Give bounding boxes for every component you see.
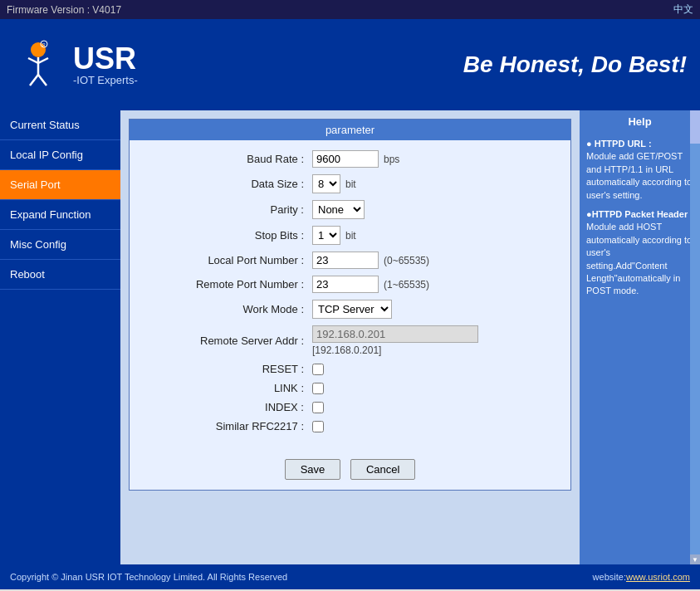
sidebar-item-current-status[interactable]: Current Status: [0, 110, 120, 140]
remote-addr-label: Remote Server Addr :: [146, 335, 312, 347]
data-size-control: 8765 bit: [312, 174, 356, 193]
help-entry-1: ●HTTPD Packet Header : Module add HOST a…: [586, 208, 693, 298]
website-link[interactable]: www.usriot.com: [626, 572, 690, 582]
link-label: LINK :: [146, 382, 312, 394]
help-body-1: Module add HOST automatically according …: [586, 221, 693, 297]
work-mode-row: Work Mode : TCP ServerTCP ClientUDP Serv…: [146, 300, 554, 319]
param-panel: parameter Baud Rate : bps Data Size : 87…: [129, 119, 571, 491]
help-content: ● HTTPD URL : Module add GET/POST and HT…: [580, 133, 700, 310]
baud-rate-input[interactable]: [312, 150, 379, 168]
index-row: INDEX :: [146, 401, 554, 413]
help-header: Help: [580, 110, 700, 133]
reset-checkbox[interactable]: [312, 364, 324, 375]
rfc2217-checkbox[interactable]: [312, 421, 324, 432]
svg-line-4: [28, 58, 38, 63]
help-entry-0: ● HTTPD URL : Module add GET/POST and HT…: [586, 138, 693, 202]
copyright-text: Copyright © Jinan USR IOT Technology Lim…: [10, 572, 287, 582]
baud-rate-unit: bps: [384, 154, 399, 165]
stop-bits-unit: bit: [345, 230, 356, 242]
footer: Copyright © Jinan USR IOT Technology Lim…: [0, 564, 700, 589]
svg-line-6: [30, 75, 38, 85]
brand-tagline: -IOT Experts-: [73, 74, 138, 86]
local-port-input[interactable]: [312, 252, 379, 269]
link-control: [312, 383, 324, 394]
sidebar-item-reboot[interactable]: Reboot: [0, 260, 120, 290]
work-mode-control: TCP ServerTCP ClientUDP ServerUDP Client: [312, 300, 392, 319]
rfc2217-row: Similar RFC2217 :: [146, 420, 554, 432]
top-bar: Firmware Version : V4017 中文: [0, 0, 700, 19]
parity-control: NoneOddEvenMarkSpace: [312, 200, 365, 219]
website-text: website:www.usriot.com: [593, 572, 690, 582]
logo-icon: R: [13, 40, 63, 90]
sidebar-item-local-ip-config[interactable]: Local IP Config: [0, 140, 120, 170]
remote-port-label: Remote Port Number :: [146, 278, 312, 291]
sidebar-item-expand-function[interactable]: Expand Function: [0, 200, 120, 230]
sidebar: Current Status Local IP Config Serial Po…: [0, 110, 120, 564]
content-area: parameter Baud Rate : bps Data Size : 87…: [120, 110, 580, 564]
parity-select[interactable]: NoneOddEvenMarkSpace: [312, 200, 365, 219]
data-size-select[interactable]: 8765: [312, 174, 340, 193]
stop-bits-label: Stop Bits :: [146, 229, 312, 242]
data-size-label: Data Size :: [146, 178, 312, 190]
slogan: Be Honest, Do Best!: [138, 51, 687, 78]
stop-bits-row: Stop Bits : 12 bit: [146, 226, 554, 245]
remote-addr-row: Remote Server Addr : [192.168.0.201]: [146, 325, 554, 356]
help-title-0: ● HTTPD URL :: [586, 139, 652, 149]
local-port-label: Local Port Number :: [146, 254, 312, 266]
data-size-unit: bit: [345, 178, 356, 190]
link-checkbox[interactable]: [312, 383, 324, 394]
stop-bits-control: 12 bit: [312, 226, 356, 245]
data-size-row: Data Size : 8765 bit: [146, 174, 554, 193]
sidebar-item-misc-config[interactable]: Misc Config: [0, 230, 120, 260]
param-body: Baud Rate : bps Data Size : 8765 bit: [130, 140, 570, 449]
remote-port-control: (1~65535): [312, 276, 429, 293]
reset-label: RESET :: [146, 363, 312, 375]
save-button[interactable]: Save: [285, 459, 341, 480]
remote-port-input[interactable]: [312, 276, 379, 293]
remote-port-hint: (1~65535): [384, 279, 429, 291]
svg-line-7: [38, 75, 47, 85]
svg-line-5: [38, 58, 48, 63]
help-title-1: ●HTTPD Packet Header :: [586, 209, 693, 219]
help-body-0: Module add GET/POST and HTTP/1.1 in URL …: [586, 150, 693, 202]
language-switch[interactable]: 中文: [673, 2, 693, 17]
firmware-version: Firmware Version : V4017: [7, 4, 121, 16]
help-panel: Help ● HTTPD URL : Module add GET/POST a…: [580, 110, 700, 564]
baud-rate-row: Baud Rate : bps: [146, 150, 554, 168]
index-label: INDEX :: [146, 401, 312, 413]
svg-text:R: R: [42, 42, 46, 47]
work-mode-select[interactable]: TCP ServerTCP ClientUDP ServerUDP Client: [312, 300, 392, 319]
rfc2217-control: [312, 421, 324, 432]
brand-name: USR: [73, 44, 138, 74]
baud-rate-label: Baud Rate :: [146, 153, 312, 165]
main-layout: Current Status Local IP Config Serial Po…: [0, 110, 700, 564]
logo-area: R USR -IOT Experts-: [13, 40, 138, 90]
stop-bits-select[interactable]: 12: [312, 226, 340, 245]
param-header: parameter: [130, 120, 570, 140]
scrollbar-thumb[interactable]: [690, 110, 700, 144]
index-checkbox[interactable]: [312, 402, 324, 413]
baud-rate-control: bps: [312, 150, 399, 168]
remote-addr-bracket: [192.168.0.201]: [312, 344, 381, 356]
brand-text: USR -IOT Experts-: [73, 44, 138, 86]
local-port-row: Local Port Number : (0~65535): [146, 252, 554, 269]
parity-label: Parity :: [146, 203, 312, 216]
cancel-button[interactable]: Cancel: [350, 459, 415, 480]
local-port-control: (0~65535): [312, 252, 429, 269]
header: R USR -IOT Experts- Be Honest, Do Best!: [0, 19, 700, 110]
reset-control: [312, 364, 324, 375]
parity-row: Parity : NoneOddEvenMarkSpace: [146, 200, 554, 219]
scrollbar-down[interactable]: ▼: [690, 554, 700, 564]
local-port-hint: (0~65535): [384, 255, 429, 266]
link-row: LINK :: [146, 382, 554, 394]
scrollbar-track: ▲ ▼: [690, 110, 700, 564]
remote-port-row: Remote Port Number : (1~65535): [146, 276, 554, 293]
index-control: [312, 402, 324, 413]
rfc2217-label: Similar RFC2217 :: [146, 420, 312, 432]
reset-row: RESET :: [146, 363, 554, 375]
form-buttons: Save Cancel: [130, 449, 570, 490]
remote-addr-control: [192.168.0.201]: [312, 325, 478, 356]
remote-addr-input[interactable]: [312, 325, 478, 343]
sidebar-item-serial-port[interactable]: Serial Port: [0, 170, 120, 200]
work-mode-label: Work Mode :: [146, 303, 312, 315]
